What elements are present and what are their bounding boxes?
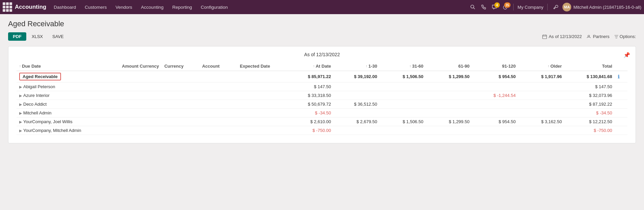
company-name[interactable]: My Company bbox=[518, 5, 544, 10]
cell-total: $ 87,192.22 bbox=[564, 100, 615, 109]
report-date-header: As of 12/13/2022 bbox=[17, 52, 627, 57]
options-filter[interactable]: Options: bbox=[614, 34, 636, 39]
th-31-60[interactable]: ↑ 31-60 bbox=[380, 61, 426, 71]
aged-receivable-label: Aged Receivable bbox=[19, 73, 61, 80]
nav-dashboard[interactable]: Dashboard bbox=[50, 3, 80, 11]
th-61-90[interactable]: 61-90 bbox=[426, 61, 472, 71]
user-avatar: MA bbox=[562, 3, 571, 11]
cell-expected-date bbox=[237, 109, 283, 117]
group-label[interactable]: Aged Receivable bbox=[17, 71, 283, 82]
filter-icon bbox=[614, 35, 618, 39]
cell-total: $ -34.50 bbox=[564, 109, 615, 117]
group-1-30: $ 39,192.00 bbox=[334, 71, 380, 82]
search-icon-btn[interactable] bbox=[469, 4, 477, 10]
cell-c91-120 bbox=[472, 100, 518, 109]
th-older[interactable]: ↑ Older bbox=[518, 61, 564, 71]
cell-partner-name[interactable]: ▶YourCompany, Joel Willis bbox=[17, 117, 109, 126]
cell-currency bbox=[162, 109, 200, 117]
cell-empty bbox=[615, 100, 627, 109]
xlsx-button[interactable]: XLSX bbox=[28, 32, 47, 41]
chat-icon-btn[interactable]: 4 bbox=[490, 4, 498, 10]
th-due-date[interactable]: ↑ Due Date bbox=[17, 61, 109, 71]
cell-at-date: $ 50,679.72 bbox=[283, 100, 334, 109]
cell-partner-name[interactable]: ▶Azure Interior bbox=[17, 91, 109, 100]
expand-arrow[interactable]: ▶ bbox=[19, 120, 22, 124]
pin-icon[interactable]: 📌 bbox=[623, 52, 630, 58]
cell-partner-name[interactable]: ▶Mitchell Admin bbox=[17, 109, 109, 117]
expand-arrow[interactable]: ▶ bbox=[19, 94, 22, 98]
nav-vendors[interactable]: Vendors bbox=[112, 3, 136, 11]
info-circle-icon[interactable]: ℹ bbox=[618, 74, 619, 79]
cell-partner-name[interactable]: ▶Deco Addict bbox=[17, 100, 109, 109]
expand-arrow[interactable]: ▶ bbox=[19, 129, 22, 133]
cell-account bbox=[200, 126, 237, 135]
cell-c31-60 bbox=[380, 100, 426, 109]
report-table: ↑ Due Date Amount Currency Currency Acco… bbox=[17, 61, 627, 135]
cell-c31-60: $ 1,506.50 bbox=[380, 117, 426, 126]
nav-reporting[interactable]: Reporting bbox=[168, 3, 196, 11]
cell-at-date: $ -750.00 bbox=[283, 126, 334, 135]
th-expected-date[interactable]: Expected Date bbox=[237, 61, 283, 71]
group-info-icon[interactable]: ℹ bbox=[615, 71, 627, 82]
svg-point-0 bbox=[471, 5, 474, 8]
partners-label: Partners bbox=[593, 34, 609, 39]
cell-expected-date bbox=[237, 126, 283, 135]
nav-accounting[interactable]: Accounting bbox=[137, 3, 167, 11]
table-header-row: ↑ Due Date Amount Currency Currency Acco… bbox=[17, 61, 627, 71]
chat-badge: 4 bbox=[494, 2, 500, 8]
cell-account bbox=[200, 117, 237, 126]
cell-c61-90 bbox=[426, 91, 472, 100]
nav-customers[interactable]: Customers bbox=[81, 3, 111, 11]
timer-icon-btn[interactable]: 35 bbox=[501, 4, 509, 10]
th-1-30[interactable]: ↑ 1-30 bbox=[334, 61, 380, 71]
cell-c31-60 bbox=[380, 126, 426, 135]
cell-partner-name[interactable]: ▶Abigail Peterson bbox=[17, 82, 109, 91]
nav-right-controls: 4 35 My Company MA Mitchell Admin (21847… bbox=[469, 3, 641, 11]
report-container: As of 12/13/2022 📌 ↑ Due Date Amount Cur… bbox=[8, 46, 636, 143]
save-button[interactable]: SAVE bbox=[48, 32, 68, 41]
th-91-120[interactable]: 91-120 bbox=[472, 61, 518, 71]
cell-total: $ -750.00 bbox=[564, 126, 615, 135]
cell-currency bbox=[162, 117, 200, 126]
cell-at-date: $ 2,610.00 bbox=[283, 117, 334, 126]
options-label: Options: bbox=[620, 34, 636, 39]
cell-amount-currency bbox=[109, 82, 162, 91]
cell-c31-60 bbox=[380, 109, 426, 117]
nav-divider-2 bbox=[547, 4, 548, 10]
cell-c1-30 bbox=[334, 82, 380, 91]
cell-c91-120: $ -1,244.54 bbox=[472, 91, 518, 100]
apps-grid-icon[interactable] bbox=[3, 2, 12, 12]
th-info bbox=[615, 61, 627, 71]
cell-older bbox=[518, 82, 564, 91]
th-total[interactable]: Total bbox=[564, 61, 615, 71]
cell-partner-name[interactable]: ▶YourCompany, Mitchell Admin bbox=[17, 126, 109, 135]
nav-menu: Dashboard Customers Vendors Accounting R… bbox=[50, 3, 469, 11]
svg-line-1 bbox=[473, 8, 475, 9]
nav-brand[interactable]: Accounting bbox=[15, 4, 47, 10]
th-amount-currency[interactable]: Amount Currency bbox=[109, 61, 162, 71]
cell-c61-90 bbox=[426, 82, 472, 91]
wrench-icon-btn[interactable] bbox=[552, 4, 560, 10]
cell-account bbox=[200, 91, 237, 100]
timer-badge: 35 bbox=[504, 2, 511, 8]
th-at-date[interactable]: ↑ At Date bbox=[283, 61, 334, 71]
th-currency[interactable]: Currency bbox=[162, 61, 200, 71]
cell-at-date: $ 147.50 bbox=[283, 82, 334, 91]
cell-currency bbox=[162, 100, 200, 109]
date-filter[interactable]: As of 12/13/2022 bbox=[542, 34, 582, 39]
nav-configuration[interactable]: Configuration bbox=[197, 3, 232, 11]
pdf-button[interactable]: PDF bbox=[8, 32, 26, 41]
cell-amount-currency bbox=[109, 109, 162, 117]
expand-arrow[interactable]: ▶ bbox=[19, 111, 22, 115]
partners-filter[interactable]: Partners bbox=[586, 34, 609, 39]
expand-arrow[interactable]: ▶ bbox=[19, 102, 22, 106]
cell-total: $ 32,073.96 bbox=[564, 91, 615, 100]
phone-icon-btn[interactable] bbox=[480, 4, 488, 10]
th-account[interactable]: Account bbox=[200, 61, 237, 71]
cell-c1-30 bbox=[334, 109, 380, 117]
cell-expected-date bbox=[237, 117, 283, 126]
user-profile[interactable]: MA Mitchell Admin (21847185-16-0-all) bbox=[562, 3, 641, 11]
cell-empty bbox=[615, 109, 627, 117]
cell-amount-currency bbox=[109, 126, 162, 135]
expand-arrow[interactable]: ▶ bbox=[19, 85, 22, 89]
